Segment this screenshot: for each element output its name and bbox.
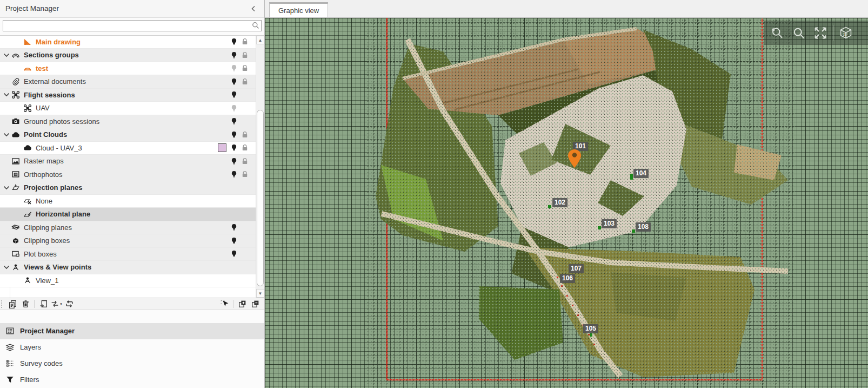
lock-icon[interactable] xyxy=(239,130,250,139)
lock-icon[interactable] xyxy=(239,157,250,166)
collapse-all-button[interactable] xyxy=(249,299,261,310)
nav-item-label: Project Manager xyxy=(20,327,75,335)
survey-point-102[interactable] xyxy=(548,205,551,208)
tree-row-flight-sessions[interactable]: Flight sessions xyxy=(0,89,264,102)
visibility-bulb-on-icon[interactable] xyxy=(229,236,239,245)
collapse-panel-button[interactable] xyxy=(248,3,259,14)
tree-row-label: Views & View points xyxy=(24,263,91,271)
dropdown-caret-icon[interactable]: ▾ xyxy=(60,302,62,306)
visibility-bulb-on-icon[interactable] xyxy=(229,37,239,46)
send-to-drawing-icon xyxy=(39,299,48,308)
nav-item-layers[interactable]: Layers xyxy=(0,339,264,356)
map-canvas[interactable]: 101102103104105106107108 3D xyxy=(265,18,868,388)
visibility-bulb-on-icon[interactable] xyxy=(229,143,239,152)
tree-row-external-documents[interactable]: External documents xyxy=(0,75,264,89)
tree-row-cloud-uav-3[interactable]: Cloud - UAV_3 xyxy=(0,142,264,155)
survey-point-108[interactable] xyxy=(632,229,635,233)
chevron-down-icon[interactable] xyxy=(2,51,11,60)
point-label-103[interactable]: 103 xyxy=(602,219,617,228)
drone-icon xyxy=(11,90,21,100)
visibility-bulb-on-icon[interactable] xyxy=(229,223,239,232)
nav-item-survey-codes[interactable]: Survey codes xyxy=(0,356,264,372)
tree-row-test[interactable]: test xyxy=(0,62,264,76)
delete-button[interactable] xyxy=(19,299,31,310)
survey-point-103[interactable] xyxy=(598,226,601,229)
point-label-105[interactable]: 105 xyxy=(583,324,598,333)
tree-scrollbar[interactable]: ▲ ▼ xyxy=(256,36,264,298)
pick-icon xyxy=(220,299,229,308)
tree-row-clipping-planes[interactable]: Clipping planes xyxy=(0,221,264,235)
location-pin-icon[interactable] xyxy=(568,149,581,168)
lock-icon[interactable] xyxy=(239,64,250,73)
tree-row-view-1[interactable]: View_1 xyxy=(0,274,264,288)
lock-icon[interactable] xyxy=(239,51,250,60)
point-label-107[interactable]: 107 xyxy=(569,264,584,273)
expand-all-button[interactable] xyxy=(236,299,248,310)
toolbar-drag-handle[interactable] xyxy=(1,300,3,308)
update-button[interactable] xyxy=(63,299,75,310)
transfer-icon xyxy=(50,299,59,308)
zoom-previous-button[interactable] xyxy=(768,24,786,42)
tree-row-plot-boxes[interactable]: Plot boxes xyxy=(0,248,264,261)
point-cloud-shapes xyxy=(368,18,794,386)
visibility-bulb-on-icon[interactable] xyxy=(229,249,239,258)
visibility-bulb-on-icon[interactable] xyxy=(229,157,239,166)
tree-row-orthophotos[interactable]: Orthophotos xyxy=(0,168,264,182)
visibility-bulb-on-icon[interactable] xyxy=(229,117,239,126)
scroll-down-arrow[interactable]: ▼ xyxy=(256,289,264,298)
lock-icon[interactable] xyxy=(239,143,250,152)
search-input[interactable] xyxy=(3,20,262,31)
tree-row-clipping-boxes[interactable]: Clipping boxes xyxy=(0,234,264,248)
view-3d-icon: 3D xyxy=(839,26,853,40)
copy-button[interactable] xyxy=(6,299,18,310)
tree-row-raster-maps[interactable]: Raster maps xyxy=(0,155,264,168)
tree-row-projection-planes[interactable]: Projection planes xyxy=(0,181,264,195)
scroll-up-arrow[interactable]: ▲ xyxy=(256,36,264,44)
point-label-106[interactable]: 106 xyxy=(560,274,575,283)
tab-graphic-view[interactable]: Graphic view xyxy=(269,2,328,17)
copy-icon xyxy=(8,299,17,308)
visibility-bulb-on-icon[interactable] xyxy=(229,51,239,60)
chevron-down-icon[interactable] xyxy=(2,183,11,192)
visibility-bulb-on-icon[interactable] xyxy=(229,170,239,179)
svg-text:3D: 3D xyxy=(843,32,847,36)
tree-row-label: View_1 xyxy=(36,277,58,285)
tree-row-main-drawing[interactable]: Main drawing xyxy=(0,36,264,49)
send-to-drawing-button[interactable] xyxy=(37,299,49,310)
lock-icon[interactable] xyxy=(239,37,250,46)
survey-point-105[interactable] xyxy=(590,333,592,337)
scrollbar-thumb[interactable] xyxy=(257,110,264,286)
nav-item-project-manager[interactable]: Project Manager xyxy=(0,323,264,339)
tree-row-ground-photos-sessions[interactable]: Ground photos sessions xyxy=(0,115,264,129)
tree-row-none[interactable]: None xyxy=(0,195,264,208)
point-label-102[interactable]: 102 xyxy=(552,198,567,207)
clipbox-icon xyxy=(11,236,21,246)
visibility-bulb-on-icon[interactable] xyxy=(229,90,239,99)
visibility-bulb-off-icon[interactable] xyxy=(229,64,239,73)
chevron-down-icon[interactable] xyxy=(2,130,11,139)
survey-point-104[interactable] xyxy=(630,174,633,180)
tree-row-point-clouds[interactable]: Point Clouds xyxy=(0,128,264,142)
chevron-down-icon[interactable] xyxy=(2,90,11,99)
pick-button[interactable] xyxy=(218,299,230,310)
tree-row-views-view-points[interactable]: Views & View points xyxy=(0,261,264,274)
tree-row-horizontal-plane[interactable]: Horizontal plane xyxy=(0,208,264,221)
lock-icon[interactable] xyxy=(239,77,250,86)
chevron-down-icon[interactable] xyxy=(2,263,11,272)
lock-icon[interactable] xyxy=(239,170,250,179)
transfer-button[interactable]: ▾ xyxy=(50,299,62,310)
nav-item-filters[interactable]: Filters xyxy=(0,372,264,388)
tree-row-uav[interactable]: UAV xyxy=(0,102,264,115)
visibility-bulb-off-icon[interactable] xyxy=(229,104,239,113)
point-label-108[interactable]: 108 xyxy=(636,222,651,232)
view-3d-button[interactable]: 3D xyxy=(837,24,855,42)
tree-row-sections-groups[interactable]: Sections groups xyxy=(0,49,264,62)
visibility-bulb-on-icon[interactable] xyxy=(229,77,239,86)
zoom-extents-button[interactable] xyxy=(811,24,830,42)
point-label-104[interactable]: 104 xyxy=(633,169,649,178)
visibility-bulb-on-icon[interactable] xyxy=(229,130,239,139)
zoom-window-button[interactable] xyxy=(790,24,808,42)
search-row xyxy=(0,18,264,32)
cloud-color-swatch[interactable] xyxy=(218,143,226,152)
chevron-spacer xyxy=(2,170,11,179)
